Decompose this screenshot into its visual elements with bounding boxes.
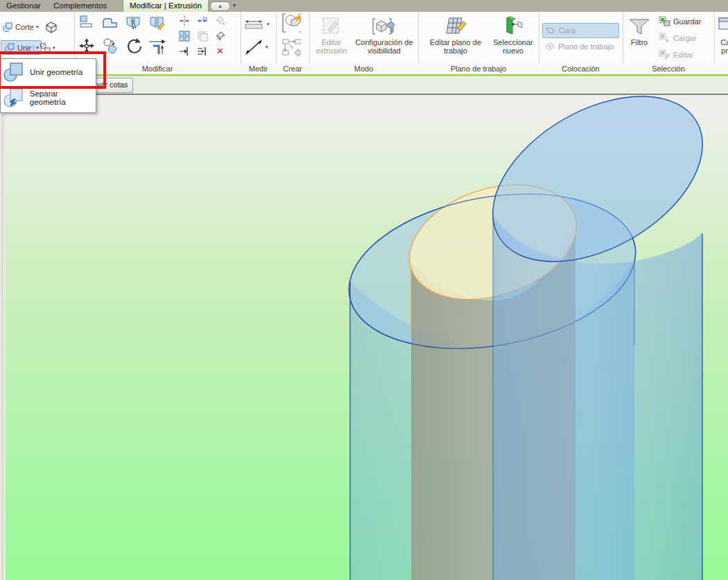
unir-dropdown-menu: Unir geometría Separar geometría bbox=[0, 58, 96, 113]
cargar-en-proyecto-button[interactable]: Car pro bbox=[716, 12, 728, 55]
align-wall-icon[interactable] bbox=[178, 45, 190, 57]
panel-label-modo: Modo bbox=[309, 64, 418, 74]
measure-between-caret-icon[interactable]: ▾ bbox=[266, 44, 268, 50]
drawing-canvas[interactable] bbox=[6, 94, 728, 580]
configuracion-visibilidad-label: Configuración de visibilidad bbox=[352, 38, 416, 55]
editar-label: Editar bbox=[673, 51, 693, 59]
menu-item-separar-geometria[interactable]: Separar geometría bbox=[1, 85, 96, 110]
panel-modo: Editar extrusión Configuración de visibi… bbox=[309, 12, 419, 74]
ribbon-collapse-button[interactable]: ▲ bbox=[210, 1, 230, 11]
measure-caret-icon[interactable]: ▾ bbox=[267, 22, 270, 27]
dimension-toggle-icon[interactable] bbox=[178, 15, 190, 26]
join-geometry-menu-icon bbox=[3, 62, 24, 83]
cara-label: Cara bbox=[559, 26, 575, 35]
delete-icon[interactable]: ✕ bbox=[214, 45, 226, 57]
options-bar: var cotas bbox=[0, 76, 728, 94]
panel-label-colocacion: Colocación bbox=[539, 64, 623, 74]
guardar-label: Guardar bbox=[673, 17, 701, 26]
tab-modificar-extrusion[interactable]: Modificar | Extrusión bbox=[123, 0, 209, 12]
revit-window: Gestionar Complementos Modificar | Extru… bbox=[0, 0, 728, 580]
measure-between-button[interactable]: ▾ bbox=[244, 38, 268, 56]
menu-item-unir-geometria[interactable]: Unir geometría bbox=[1, 59, 96, 85]
panel-label-familia bbox=[714, 64, 728, 74]
panel-medir: ▾ ▾ Medir bbox=[241, 12, 277, 74]
measure-linear-button[interactable]: ▾ bbox=[244, 19, 270, 30]
unir-geometria-label: Unir geometría bbox=[30, 68, 83, 76]
cargar-seleccion-button[interactable]: Cargar bbox=[659, 33, 697, 43]
select-new-plane-icon bbox=[501, 15, 525, 37]
corte-button[interactable]: Corte ▾ bbox=[1, 21, 38, 33]
panel-colocacion: Cara Plano de trabajo Colocación bbox=[539, 12, 623, 74]
array-grid-icon[interactable] bbox=[178, 30, 190, 42]
create-group-icon[interactable] bbox=[281, 13, 301, 33]
load-into-project-icon bbox=[718, 15, 728, 37]
cargar-proyecto-label-2: pro bbox=[721, 46, 728, 55]
seleccionar-nuevo-button[interactable]: Seleccionar nuevo bbox=[490, 12, 536, 55]
save-selection-icon bbox=[659, 16, 670, 26]
panel-label-plano-trabajo: Plano de trabajo bbox=[418, 64, 539, 74]
workplane-icon bbox=[545, 42, 555, 51]
activar-cotas-button[interactable]: var cotas bbox=[92, 78, 133, 93]
colocacion-cara-option[interactable]: Cara bbox=[542, 23, 619, 38]
configuracion-visibilidad-button[interactable]: Configuración de visibilidad bbox=[352, 12, 416, 55]
align-icon[interactable] bbox=[77, 13, 96, 33]
editar-plano-trabajo-button[interactable]: Editar plano de trabajo bbox=[422, 12, 489, 55]
editar-plano-trabajo-label: Editar plano de trabajo bbox=[422, 38, 489, 55]
move-icon[interactable] bbox=[77, 37, 96, 56]
trim-extend-icon[interactable] bbox=[148, 37, 167, 56]
visibility-settings-icon bbox=[372, 15, 396, 37]
join-condition-caret-icon[interactable]: ▾ bbox=[53, 45, 55, 51]
cargar-proyecto-label-1: Car bbox=[720, 38, 728, 46]
ribbon: Corte ▾ Unir ▾ ▾ bbox=[0, 12, 728, 74]
unpin-icon[interactable] bbox=[214, 15, 226, 26]
face-icon bbox=[546, 26, 555, 35]
unir-caret-icon[interactable]: ▾ bbox=[33, 45, 39, 51]
guardar-seleccion-button[interactable]: Guardar bbox=[659, 16, 701, 26]
pin-icon[interactable] bbox=[214, 30, 226, 42]
unir-button[interactable]: Unir ▾ bbox=[1, 40, 42, 55]
cargar-label: Cargar bbox=[673, 34, 697, 42]
panel-label-seleccion: Selección bbox=[623, 64, 714, 74]
cube-icon[interactable] bbox=[42, 17, 61, 37]
cope-icon[interactable] bbox=[101, 13, 120, 33]
panel-plano-trabajo: Editar plano de trabajo Seleccionar nuev… bbox=[418, 12, 539, 74]
panel-label-medir: Medir bbox=[241, 64, 276, 74]
no-join-icon bbox=[39, 42, 51, 53]
filtro-label: Filtro bbox=[631, 38, 648, 46]
editar-extrusion-button[interactable]: Editar extrusión bbox=[311, 12, 352, 55]
create-similar-icon[interactable] bbox=[281, 38, 301, 58]
panel-modificar: ✕ Modificar bbox=[74, 12, 241, 74]
tab-gestionar[interactable]: Gestionar bbox=[0, 0, 47, 12]
ruler-icon bbox=[244, 19, 265, 30]
load-selection-icon bbox=[659, 33, 670, 43]
panel-label-modificar: Modificar bbox=[74, 64, 241, 74]
panel-crear: Crear bbox=[276, 12, 310, 74]
panel-label-crear: Crear bbox=[276, 64, 309, 74]
split-with-gap-icon[interactable] bbox=[148, 13, 167, 33]
dimension-toggle-2-icon[interactable] bbox=[196, 15, 208, 26]
align-wall-multi-icon[interactable] bbox=[196, 45, 208, 57]
panel-familia-cut: Car pro bbox=[714, 12, 728, 74]
cut-geometry-icon bbox=[1, 21, 13, 33]
join-condition-button[interactable]: ▾ bbox=[39, 42, 55, 53]
ribbon-collapse-caret-icon[interactable]: ▾ bbox=[233, 2, 236, 8]
colocacion-plano-label: Plano de trabajo bbox=[558, 42, 614, 51]
ribbon-tab-bar: Gestionar Complementos Modificar | Extru… bbox=[0, 0, 728, 12]
edit-selection-icon bbox=[659, 49, 670, 60]
measure-diagonal-icon bbox=[244, 38, 263, 56]
workplane-grid-icon bbox=[444, 15, 467, 37]
colocacion-plano-option[interactable]: Plano de trabajo bbox=[542, 40, 619, 53]
panel-seleccion: Filtro Guardar Cargar Editar Selección bbox=[623, 12, 715, 74]
copy-icon[interactable] bbox=[101, 37, 120, 56]
seleccionar-nuevo-label: Seleccionar nuevo bbox=[490, 38, 536, 55]
rotate-icon[interactable] bbox=[124, 37, 144, 56]
corte-label: Corte bbox=[15, 23, 34, 31]
corte-caret-icon[interactable]: ▾ bbox=[36, 24, 39, 30]
separar-geometria-label: Separar geometría bbox=[30, 89, 96, 106]
tab-complementos[interactable]: Complementos bbox=[47, 0, 113, 12]
editar-seleccion-button[interactable]: Editar bbox=[659, 49, 693, 60]
split-element-icon[interactable] bbox=[124, 13, 144, 33]
group-disabled-icon[interactable] bbox=[196, 30, 208, 42]
filtro-button[interactable]: Filtro bbox=[625, 12, 653, 46]
editar-extrusion-label: Editar extrusión bbox=[311, 38, 352, 55]
